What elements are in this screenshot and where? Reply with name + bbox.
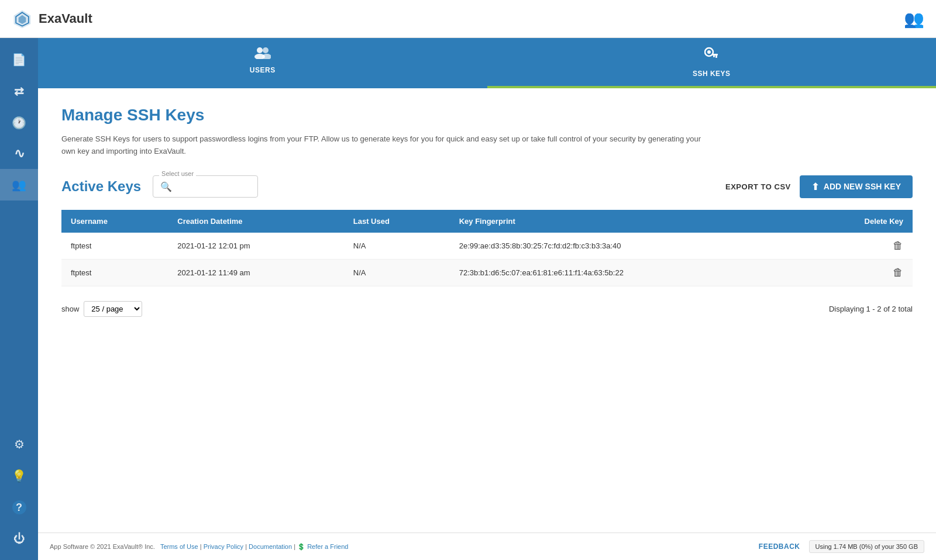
cell-last-used: N/A (344, 233, 450, 260)
cell-delete: 🗑 (802, 233, 913, 260)
page-inner: Manage SSH Keys Generate SSH Keys for us… (38, 88, 936, 533)
cell-delete: 🗑 (802, 259, 913, 286)
add-ssh-label: ADD NEW SSH KEY (824, 182, 901, 191)
delete-key-button[interactable]: 🗑 (893, 240, 903, 252)
cell-creation: 2021-01-12 11:49 am (168, 259, 343, 286)
sidebar-item-settings[interactable]: ⚙ (12, 428, 26, 460)
active-keys-left: Active Keys Select user 🔍 (61, 175, 258, 198)
nav-tabs: USERS SSH KEYS (38, 38, 936, 88)
cell-creation: 2021-01-12 12:01 pm (168, 233, 343, 260)
delete-key-button[interactable]: 🗑 (893, 267, 903, 279)
svg-point-4 (263, 47, 269, 53)
transfer-icon: ⇄ (14, 84, 24, 98)
sidebar-item-transfer[interactable]: ⇄ (0, 75, 38, 107)
select-user-label: Select user (159, 170, 196, 177)
cell-fingerprint: 72:3b:b1:d6:5c:07:ea:61:81:e6:11:f1:4a:6… (450, 259, 802, 286)
cell-username: ftptest (61, 233, 168, 260)
footer-copyright: App Software © 2021 ExaVault® Inc. (50, 543, 155, 550)
feedback-button[interactable]: FEEDBACK (759, 542, 800, 551)
table-header: Username Creation Datetime Last Used Key… (61, 210, 913, 233)
logo: ExaVault (12, 8, 92, 29)
col-fingerprint: Key Fingerprint (450, 210, 802, 233)
page-title: Manage SSH Keys (61, 106, 913, 125)
sidebar-item-users[interactable]: 👥 (0, 169, 38, 201)
table-row: ftptest 2021-01-12 12:01 pm N/A 2e:99:ae… (61, 233, 913, 260)
trash-icon: 🗑 (893, 240, 903, 251)
footer-left: App Software © 2021 ExaVault® Inc. Terms… (50, 543, 348, 551)
pagination-info: Displaying 1 - 2 of 2 total (829, 305, 913, 313)
tab-ssh-icon (704, 46, 718, 66)
select-user-field: Select user 🔍 (153, 175, 258, 198)
col-username: Username (61, 210, 168, 233)
activity-icon: ∿ (14, 147, 25, 160)
footer-terms-link[interactable]: Terms of Use (160, 543, 198, 550)
sidebar-item-bulb[interactable]: 💡 (12, 460, 26, 492)
logout-icon: ⏻ (13, 532, 25, 545)
top-header: ExaVault 👥 (0, 0, 936, 38)
tab-users-icon (254, 46, 271, 63)
active-keys-header: Active Keys Select user 🔍 EXPORT TO CSV … (61, 175, 913, 198)
bulb-icon: 💡 (12, 469, 26, 483)
footer-refer-icon: 💲 (297, 543, 305, 550)
sidebar: 📄 ⇄ 🕐 ∿ 👥 ⚙ 💡 ? ⏻ (0, 38, 38, 560)
sidebar-item-clock[interactable]: 🕐 (0, 107, 38, 139)
page-description: Generate SSH Keys for users to support p… (61, 133, 705, 158)
add-ssh-key-button[interactable]: ⬆ ADD NEW SSH KEY (800, 175, 913, 198)
cell-last-used: N/A (344, 259, 450, 286)
tab-users[interactable]: USERS (38, 38, 487, 88)
add-ssh-icon: ⬆ (811, 181, 819, 192)
col-delete: Delete Key (802, 210, 913, 233)
sidebar-item-files[interactable]: 📄 (0, 44, 38, 75)
tab-ssh-keys[interactable]: SSH KEYS (487, 38, 937, 88)
svg-point-3 (257, 47, 263, 53)
svg-point-8 (707, 50, 711, 54)
content-area: USERS SSH KEYS Manage SSH Keys (38, 38, 936, 560)
sidebar-item-activity[interactable]: ∿ (0, 139, 38, 169)
svg-rect-10 (715, 56, 717, 58)
help-icon: ? (12, 500, 26, 514)
main-layout: 📄 ⇄ 🕐 ∿ 👥 ⚙ 💡 ? ⏻ (0, 38, 936, 560)
header-users-icon[interactable]: 👥 (904, 9, 924, 29)
tab-ssh-label: SSH KEYS (693, 70, 731, 78)
footer-privacy-link[interactable]: Privacy Policy (204, 543, 243, 550)
table-body: ftptest 2021-01-12 12:01 pm N/A 2e:99:ae… (61, 233, 913, 286)
tab-users-label: USERS (250, 66, 276, 74)
svg-rect-9 (712, 54, 718, 56)
active-keys-right: EXPORT TO CSV ⬆ ADD NEW SSH KEY (725, 175, 913, 198)
search-icon: 🔍 (160, 181, 172, 192)
storage-badge: Using 1.74 MB (0%) of your 350 GB (809, 540, 924, 553)
trash-icon: 🗑 (893, 267, 903, 278)
pagination-left: show 25 / page 50 / page 100 / page (61, 301, 142, 317)
gear-icon: ⚙ (14, 437, 25, 451)
pagination-row: show 25 / page 50 / page 100 / page Disp… (61, 298, 913, 320)
col-last-used: Last Used (344, 210, 450, 233)
keys-table: Username Creation Datetime Last Used Key… (61, 210, 913, 286)
files-icon: 📄 (12, 53, 26, 67)
users-icon: 👥 (12, 178, 26, 192)
cell-username: ftptest (61, 259, 168, 286)
footer-refer-link[interactable]: Refer a Friend (307, 543, 348, 550)
svg-rect-11 (713, 56, 715, 57)
table-row: ftptest 2021-01-12 11:49 am N/A 72:3b:b1… (61, 259, 913, 286)
cell-fingerprint: 2e:99:ae:d3:35:8b:30:25:7c:fd:d2:fb:c3:b… (450, 233, 802, 260)
export-csv-button[interactable]: EXPORT TO CSV (725, 182, 791, 191)
sidebar-bottom: ⚙ 💡 ? ⏻ (12, 428, 26, 554)
select-user-input[interactable] (177, 178, 247, 195)
per-page-select[interactable]: 25 / page 50 / page 100 / page (84, 301, 142, 317)
sidebar-item-help[interactable]: ? (12, 492, 26, 523)
page-content: Manage SSH Keys Generate SSH Keys for us… (38, 88, 936, 533)
logo-icon (12, 8, 33, 29)
clock-icon: 🕐 (12, 116, 26, 130)
active-keys-title: Active Keys (61, 178, 141, 195)
app-name: ExaVault (39, 11, 92, 26)
show-label: show (61, 305, 79, 313)
svg-point-6 (262, 54, 271, 59)
footer-docs-link[interactable]: Documentation (249, 543, 292, 550)
footer: App Software © 2021 ExaVault® Inc. Terms… (38, 533, 936, 560)
footer-right: FEEDBACK Using 1.74 MB (0%) of your 350 … (759, 540, 924, 553)
sidebar-item-logout[interactable]: ⏻ (12, 523, 26, 554)
col-creation: Creation Datetime (168, 210, 343, 233)
